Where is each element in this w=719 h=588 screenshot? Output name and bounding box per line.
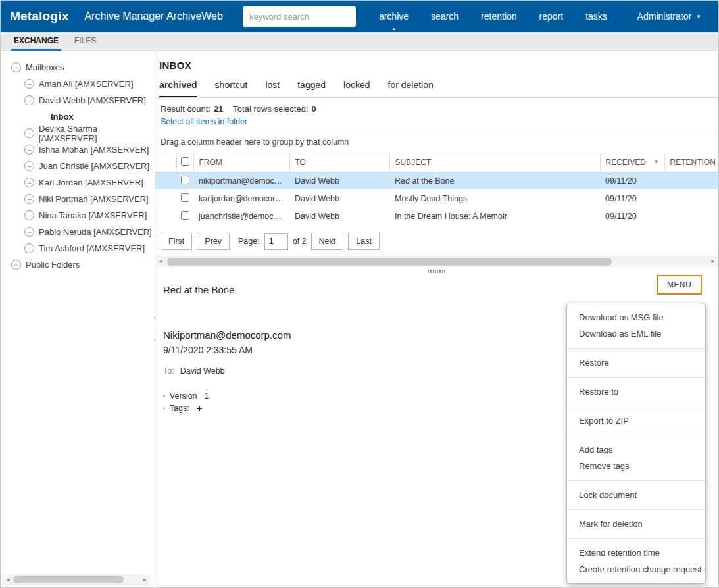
menu-group-restore-to: Restore to xyxy=(567,378,705,406)
tree-item-label: Niki Portman [AMXSERVER] xyxy=(39,194,149,204)
menu-item-export-zip[interactable]: Export to ZIP xyxy=(567,412,705,429)
tab-for-deletion[interactable]: for deletion xyxy=(388,80,434,97)
column-header-received[interactable]: RECEIVED ▼ xyxy=(600,153,664,172)
column-header-subject[interactable]: SUBJECT xyxy=(389,153,600,172)
scrollbar-thumb[interactable] xyxy=(13,576,124,583)
tree-item-inbox[interactable]: Inbox xyxy=(1,109,155,125)
expand-icon[interactable]: → xyxy=(24,210,34,220)
menu-item-lock-document[interactable]: Lock document xyxy=(567,487,705,503)
collapse-left-icon[interactable]: ‹ xyxy=(154,314,156,321)
collapse-right-icon[interactable]: › xyxy=(154,337,156,343)
menu-item-extend-retention[interactable]: Extend retention time xyxy=(567,545,705,561)
select-all-checkbox[interactable] xyxy=(181,157,189,166)
tab-lost[interactable]: lost xyxy=(265,80,280,97)
prev-page-button[interactable]: Prev xyxy=(197,233,230,250)
add-tag-button[interactable]: + xyxy=(197,404,203,412)
tab-exchange[interactable]: EXCHANGE xyxy=(11,32,61,51)
row-checkbox-cell xyxy=(176,207,193,225)
row-checkbox[interactable] xyxy=(181,211,189,220)
expand-icon[interactable]: → xyxy=(11,260,21,270)
menu-item-add-tags[interactable]: Add tags xyxy=(567,441,705,458)
menu-item-mark-for-deletion[interactable]: Mark for deletion xyxy=(567,516,705,532)
menu-group-deletion: Mark for deletion xyxy=(567,510,705,539)
scroll-right-icon[interactable]: ► xyxy=(139,577,150,583)
tree-item-aman-ali[interactable]: → Aman Ali [AMXSERVER] xyxy=(1,76,155,92)
expand-icon[interactable]: → xyxy=(24,145,34,155)
tab-archived[interactable]: archived xyxy=(159,80,197,97)
tree-item-mailboxes[interactable]: → Mailboxes xyxy=(1,59,155,76)
to-label: To: xyxy=(163,366,174,376)
tree-item-tim-ashford[interactable]: → Tim Ashford [AMXSERVER] xyxy=(1,240,155,257)
expand-icon[interactable]: → xyxy=(24,178,34,187)
scroll-left-icon[interactable]: ◄ xyxy=(3,577,13,583)
first-page-button[interactable]: First xyxy=(161,233,192,250)
menu-item-remove-tags[interactable]: Remove tags xyxy=(567,458,705,474)
column-header-to[interactable]: TO xyxy=(289,153,389,172)
expand-icon[interactable]: → xyxy=(24,128,34,138)
nav-archive[interactable]: archive ▲ xyxy=(368,1,420,32)
nav-tasks[interactable]: tasks xyxy=(574,1,618,32)
tab-locked[interactable]: locked xyxy=(343,80,370,97)
scrollbar-thumb[interactable] xyxy=(167,258,612,266)
row-checkbox[interactable] xyxy=(181,193,189,202)
tab-shortcut[interactable]: shortcut xyxy=(215,80,248,97)
expand-icon[interactable]: → xyxy=(24,194,34,204)
menu-item-download-eml[interactable]: Download as EML file xyxy=(567,326,705,342)
tab-tagged[interactable]: tagged xyxy=(297,80,326,97)
menu-button[interactable]: MENU xyxy=(657,275,702,295)
row-checkbox[interactable] xyxy=(181,176,189,184)
select-all-items-link[interactable]: Select all items in folder xyxy=(161,117,247,126)
keyword-search-input[interactable] xyxy=(243,6,356,27)
sidebar-splitter-handle[interactable]: ‹ › xyxy=(154,314,156,343)
expand-icon[interactable]: → xyxy=(11,62,21,72)
last-page-button[interactable]: Last xyxy=(348,233,380,250)
tab-files[interactable]: FILES xyxy=(72,32,99,51)
cell-received: 09/11/20 xyxy=(600,207,664,225)
tree-item-public-folders[interactable]: → Public Folders xyxy=(1,257,155,273)
expand-icon[interactable]: → xyxy=(24,243,34,253)
row-handle-cell xyxy=(155,207,176,225)
nav-search[interactable]: search xyxy=(420,1,470,32)
tree-item-label: Aman Ali [AMXSERVER] xyxy=(39,79,134,89)
column-header-retention[interactable]: RETENTION xyxy=(664,153,718,172)
expand-icon[interactable]: → xyxy=(24,95,34,105)
tree-item-pablo-neruda[interactable]: → Pablo Neruda [AMXSERVER] xyxy=(1,224,155,240)
row-handle-cell xyxy=(155,189,176,207)
menu-item-restore[interactable]: Restore xyxy=(567,355,705,371)
expand-icon[interactable]: → xyxy=(24,161,34,171)
next-page-button[interactable]: Next xyxy=(311,233,344,250)
tree-item-nina-tanaka[interactable]: → Nina Tanaka [AMXSERVER] xyxy=(1,207,155,224)
tree-item-karl-jordan[interactable]: → Karl Jordan [AMXSERVER] xyxy=(1,174,155,191)
table-row[interactable]: nikiportman@democor... David Webb Red at… xyxy=(155,172,718,189)
folder-tree-sidebar: → Mailboxes → Aman Ali [AMXSERVER] → Dav… xyxy=(1,51,155,588)
active-nav-caret-icon: ▲ xyxy=(391,26,396,31)
table-row[interactable]: juanchristie@democorp.... David Webb In … xyxy=(155,207,718,225)
menu-item-restore-to[interactable]: Restore to xyxy=(567,383,705,400)
tree-item-devika-sharma[interactable]: → Devika Sharma [AMXSERVER] xyxy=(1,125,155,141)
menu-group-lock: Lock document xyxy=(567,481,705,510)
tree-item-niki-portman[interactable]: → Niki Portman [AMXSERVER] xyxy=(1,191,155,207)
menu-item-download-msg[interactable]: Download as MSG file xyxy=(567,309,705,326)
scroll-right-icon[interactable]: ► xyxy=(708,258,718,264)
menu-item-create-retention-request[interactable]: Create retention change request xyxy=(567,561,705,577)
tree-item-juan-christie[interactable]: → Juan Christie [AMXSERVER] xyxy=(1,158,155,174)
nav-report[interactable]: report xyxy=(528,1,575,32)
expand-icon[interactable]: → xyxy=(24,79,34,89)
user-menu[interactable]: Administrator ▼ xyxy=(637,11,701,22)
preview-splitter[interactable] xyxy=(155,267,718,275)
page-number-input[interactable] xyxy=(264,233,288,250)
version-value: 1 xyxy=(205,391,209,401)
tree-item-david-webb[interactable]: → David Webb [AMXSERVER] xyxy=(1,92,155,109)
tree-item-ishna-mohan[interactable]: → Ishna Mohan [AMXSERVER] xyxy=(1,141,155,158)
column-header-from[interactable]: FROM xyxy=(193,153,289,172)
nav-retention[interactable]: retention xyxy=(470,1,528,32)
blank-header-cell xyxy=(155,153,176,172)
table-row[interactable]: karljordan@democorp.c... David Webb Most… xyxy=(155,189,718,207)
table-horizontal-scrollbar[interactable]: ◄ ► xyxy=(155,256,718,267)
sidebar-horizontal-scrollbar[interactable]: ◄ ► xyxy=(3,574,150,585)
group-by-drop-zone[interactable]: Drag a column header here to group by th… xyxy=(155,132,718,153)
bullet-icon: ▪ xyxy=(163,406,165,411)
expand-icon[interactable]: → xyxy=(24,227,34,237)
filter-dropdown-icon[interactable]: ▼ xyxy=(654,159,659,165)
scroll-left-icon[interactable]: ◄ xyxy=(155,258,166,264)
